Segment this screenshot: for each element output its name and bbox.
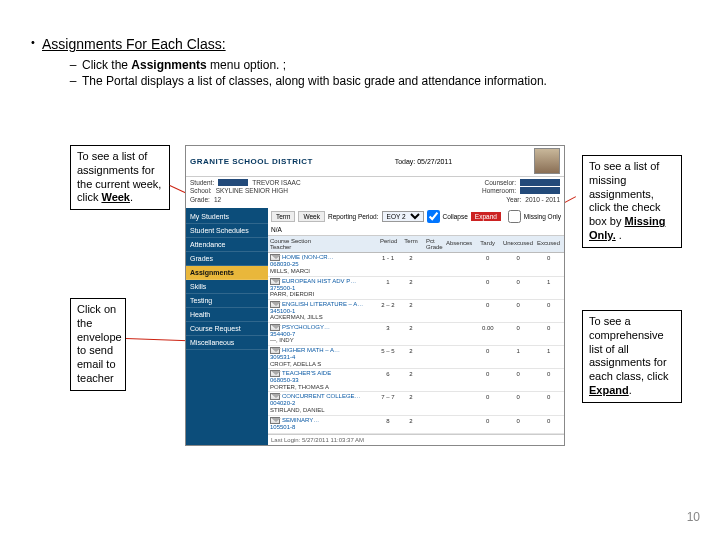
portal-brand: GRANITE SCHOOL DISTRICT (190, 157, 313, 166)
bullet-marker: • (24, 36, 42, 52)
table-row: ENGLISH LITERATURE – A…345100-1ACKERMAN,… (268, 300, 564, 323)
sub-bullet: – (64, 74, 82, 88)
table-row: HOME (NON-CR…068030-25MILLS, MARCI1 - 12… (268, 253, 564, 276)
sidebar-item-course-request[interactable]: Course Request (186, 322, 268, 336)
envelope-icon[interactable] (270, 301, 280, 308)
callout-missing-only: To see a list of missing assignments, cl… (582, 155, 682, 248)
sub-bullet: – (64, 58, 82, 72)
tab-week[interactable]: Week (298, 211, 325, 222)
sidebar-item-skills[interactable]: Skills (186, 280, 268, 294)
missing-only-check[interactable] (508, 210, 521, 223)
table-header: Course SectionTeacher Period Term Pct Gr… (268, 236, 564, 253)
envelope-icon[interactable] (270, 417, 280, 424)
student-photo (534, 148, 560, 174)
portal-toolbar: Term Week Reporting Period: EOY 2 Collap… (268, 208, 564, 236)
portal-date: Today: 05/27/2011 (395, 158, 453, 165)
envelope-icon[interactable] (270, 278, 280, 285)
sub-line-1: Click the Assignments menu option. ; (82, 58, 286, 72)
collapse-check[interactable] (427, 210, 440, 223)
portal-header: GRANITE SCHOOL DISTRICT Today: 05/27/201… (186, 146, 564, 177)
sidebar-item-attendance[interactable]: Attendance (186, 238, 268, 252)
callout-expand: To see a comprehensive list of all assig… (582, 310, 682, 403)
sidebar-item-health[interactable]: Health (186, 308, 268, 322)
expand-button[interactable]: Expand (471, 212, 501, 221)
last-login: Last Login: 5/27/2011 11:03:37 AM (268, 434, 564, 445)
envelope-icon[interactable] (270, 393, 280, 400)
sidebar-item-grades[interactable]: Grades (186, 252, 268, 266)
envelope-icon[interactable] (270, 254, 280, 261)
callout-week: To see a list of assignments for the cur… (70, 145, 170, 210)
collapse-label: Collapse (443, 213, 468, 220)
table-row: HIGHER MATH – A…309531-4CROFT, ADELLA S5… (268, 346, 564, 369)
portal-main: Term Week Reporting Period: EOY 2 Collap… (268, 208, 564, 444)
table-row: CONCURRENT COLLEGE…004020-2STIRLAND, DAN… (268, 392, 564, 415)
slide-heading: Assignments For Each Class: (42, 36, 226, 52)
table-row: TEACHER'S AIDE068050-33PORTER, THOMAS A6… (268, 369, 564, 392)
reporting-period-label: Reporting Period: (328, 213, 379, 220)
sidebar-item-schedules[interactable]: Student Schedules (186, 224, 268, 238)
portal-sidebar: My Students Student Schedules Attendance… (186, 208, 268, 444)
envelope-icon[interactable] (270, 370, 280, 377)
missing-only-label: Missing Only (524, 213, 561, 220)
sidebar-item-testing[interactable]: Testing (186, 294, 268, 308)
sub-line-2: The Portal displays a list of classes, a… (82, 74, 547, 88)
page-number: 10 (687, 510, 700, 524)
envelope-icon[interactable] (270, 324, 280, 331)
table-row: SEMINARY…105501-882000 (268, 416, 564, 434)
reporting-period-select[interactable]: EOY 2 (382, 211, 424, 222)
sidebar-item-misc[interactable]: Miscellaneous (186, 336, 268, 350)
callout-envelope: Click on the envelope to send email to t… (70, 298, 126, 391)
tab-term[interactable]: Term (271, 211, 295, 222)
sidebar-item-assignments[interactable]: Assignments (186, 266, 268, 280)
portal-screenshot: GRANITE SCHOOL DISTRICT Today: 05/27/201… (185, 145, 565, 446)
sidebar-item-my-students[interactable]: My Students (186, 210, 268, 224)
na-label: N/A (271, 226, 282, 233)
envelope-icon[interactable] (270, 347, 280, 354)
table-row: EUROPEAN HIST ADV P…375500-1PARR, DIERDR… (268, 277, 564, 300)
table-body: HOME (NON-CR…068030-25MILLS, MARCI1 - 12… (268, 253, 564, 433)
table-row: PSYCHOLOGY…354400-7—, INDY320.0000 (268, 323, 564, 346)
portal-student-info: Student: TREVOR ISAAC Counselor: School:… (186, 177, 564, 208)
